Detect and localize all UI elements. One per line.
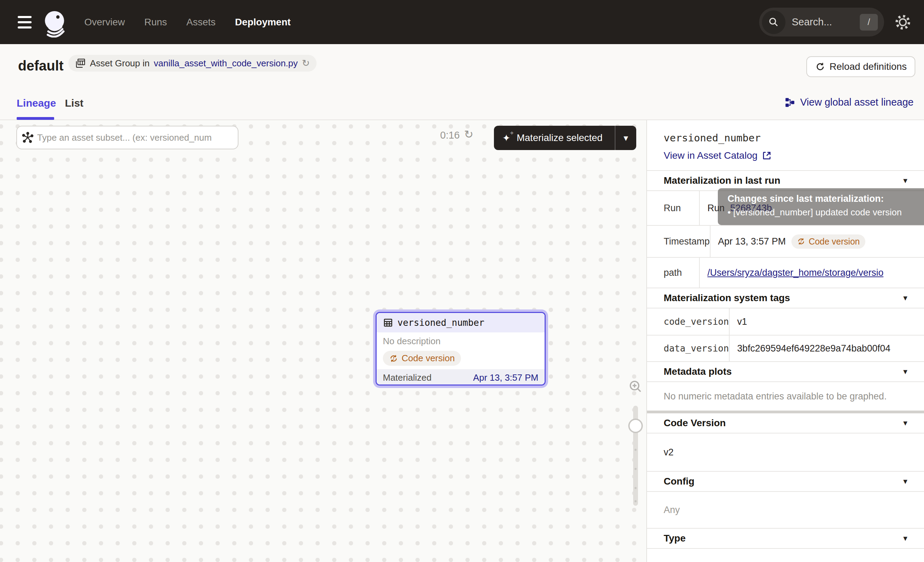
canvas-refresh-icon[interactable]: ↻	[464, 128, 474, 141]
svg-text:!: !	[800, 239, 802, 244]
dagster-logo-icon[interactable]	[41, 8, 68, 38]
materialize-selected-label: Materialize selected	[516, 132, 615, 143]
collapse-arrow-icon: ▼	[902, 294, 909, 302]
timestamp-value: Apr 13, 3:57 PM	[718, 236, 786, 247]
collapse-arrow-icon: ▼	[902, 535, 909, 542]
asset-group-badge: Asset Group in vanilla_asset_with_code_v…	[68, 55, 316, 72]
nav-item-deployment[interactable]: Deployment	[235, 17, 291, 28]
gear-icon[interactable]	[894, 14, 912, 31]
section-config[interactable]: Config ▼	[647, 472, 924, 492]
code-version-value: v2	[647, 433, 924, 472]
asset-node-versioned-number[interactable]: versioned_number No description ! Code v…	[376, 312, 546, 386]
asset-subset-filter[interactable]	[16, 126, 238, 149]
section-divider	[647, 410, 924, 413]
tooltip-heading: Changes since last materialization:	[728, 194, 924, 204]
collapse-arrow-icon: ▼	[902, 478, 909, 485]
path-label: path	[647, 258, 700, 288]
tab-list[interactable]: List	[65, 97, 83, 109]
view-global-asset-lineage-label: View global asset lineage	[800, 96, 914, 108]
main-area: 0:16 ↻ ✦ Materialize selected ▾ versione…	[0, 120, 924, 562]
collapse-arrow-icon: ▼	[902, 368, 909, 376]
run-label: Run	[647, 191, 700, 225]
zoom-in-icon[interactable]	[628, 379, 644, 395]
code-version-badge: ! Code version	[791, 234, 866, 249]
asset-subset-input[interactable]	[37, 132, 233, 143]
search-input[interactable]	[792, 17, 860, 28]
materialized-time-link[interactable]: Apr 13, 3:57 PM	[473, 372, 538, 383]
tab-lineage[interactable]: Lineage	[16, 97, 56, 109]
path-value-link[interactable]: /Users/sryza/dagster_home/storage/versio	[707, 267, 884, 278]
asset-group-file-link[interactable]: vanilla_asset_with_code_version.py	[154, 58, 298, 69]
section-materialization-system-tags[interactable]: Materialization system tags ▼	[647, 288, 924, 308]
search-icon	[762, 11, 786, 34]
external-link-icon	[762, 150, 772, 161]
sidebar-title-block: versioned_number View in Asset Catalog	[647, 120, 924, 171]
asset-node-header: versioned_number	[376, 313, 544, 332]
table-icon	[75, 58, 86, 68]
asset-node-body: No description ! Code version	[376, 332, 544, 369]
tag-key: data_version	[647, 335, 730, 361]
tag-row-code-version: code_version v1	[647, 308, 924, 335]
view-in-asset-catalog-label: View in Asset Catalog	[664, 150, 758, 161]
tooltip-item: • [versioned_number] updated code versio…	[728, 207, 924, 218]
top-navbar: Overview Runs Assets Deployment /	[0, 0, 924, 44]
hamburger-menu-icon[interactable]	[18, 16, 32, 29]
asset-graph-icon	[22, 132, 34, 143]
search-shortcut-key: /	[860, 14, 878, 30]
sparkle-icon: ✦	[502, 132, 510, 144]
materialize-selected-button[interactable]: ✦ Materialize selected ▾	[494, 126, 636, 150]
changes-tooltip: Changes since last materialization: • [v…	[718, 188, 924, 225]
code-version-badge: ! Code version	[383, 351, 461, 366]
nav-item-overview[interactable]: Overview	[84, 17, 125, 28]
nav-item-runs[interactable]: Runs	[144, 17, 167, 28]
tag-value: v1	[730, 316, 924, 327]
page-title: default	[18, 58, 63, 74]
section-type[interactable]: Type ▼	[647, 529, 924, 549]
collapse-arrow-icon: ▼	[902, 419, 909, 427]
code-version-badge-label: Code version	[402, 353, 455, 364]
view-in-asset-catalog-link[interactable]: View in Asset Catalog	[664, 150, 772, 161]
asset-node-description: No description	[383, 336, 538, 347]
zoom-slider-handle[interactable]	[628, 419, 643, 433]
lineage-graph-icon	[784, 97, 795, 108]
sync-alert-icon: !	[389, 354, 398, 363]
reload-definitions-button[interactable]: Reload definitions	[806, 56, 915, 77]
asset-group-badge-text: Asset Group in	[90, 58, 150, 69]
sidebar-asset-name: versioned_number	[664, 132, 908, 144]
refresh-countdown: 0:16	[440, 129, 460, 141]
materialized-status-label: Materialized	[383, 372, 432, 383]
table-icon	[383, 317, 393, 328]
asset-sidebar: versioned_number View in Asset Catalog M…	[646, 120, 924, 562]
global-search[interactable]: /	[759, 8, 884, 36]
nav-item-assets[interactable]: Assets	[186, 17, 216, 28]
reload-icon	[815, 62, 825, 72]
reload-definitions-label: Reload definitions	[830, 61, 907, 72]
tag-key: code_version	[647, 308, 730, 335]
refresh-icon[interactable]: ↻	[302, 58, 310, 69]
timestamp-row: Timestamp Apr 13, 3:57 PM ! Code version	[647, 226, 924, 258]
materialize-options-caret[interactable]: ▾	[615, 133, 636, 143]
asset-node-footer: Materialized Apr 13, 3:57 PM	[376, 369, 544, 386]
metadata-plots-empty-text: No numeric metadata entries available to…	[647, 382, 924, 410]
section-metadata-plots[interactable]: Metadata plots ▼	[647, 362, 924, 382]
sync-alert-icon: !	[797, 237, 805, 246]
view-tabs: Lineage List View global asset lineage	[0, 87, 924, 120]
section-code-version[interactable]: Code Version ▼	[647, 413, 924, 433]
tag-row-data-version: data_version 3bfc269594ef649228e9a74bab0…	[647, 335, 924, 362]
view-global-asset-lineage-link[interactable]: View global asset lineage	[784, 96, 914, 108]
lineage-canvas[interactable]: 0:16 ↻ ✦ Materialize selected ▾ versione…	[0, 120, 646, 562]
path-row: path /Users/sryza/dagster_home/storage/v…	[647, 258, 924, 288]
collapse-arrow-icon: ▼	[902, 177, 909, 185]
tag-value: 3bfc269594ef649228e9a74bab00f04	[730, 343, 924, 354]
nav-links: Overview Runs Assets Deployment	[84, 0, 291, 44]
svg-text:!: !	[392, 356, 394, 361]
timestamp-label: Timestamp	[647, 226, 711, 257]
config-value: Any	[647, 492, 924, 529]
asset-node-title: versioned_number	[398, 317, 484, 328]
code-version-badge-label: Code version	[809, 236, 860, 246]
page-header: default Asset Group in vanilla_asset_wit…	[0, 44, 924, 87]
